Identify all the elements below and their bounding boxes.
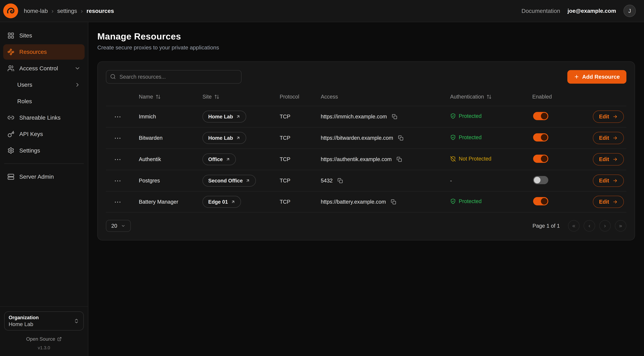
breadcrumb-settings[interactable]: settings bbox=[57, 8, 77, 14]
topbar: home-lab › settings › resources Document… bbox=[0, 0, 644, 22]
edit-button[interactable]: Edit bbox=[593, 174, 624, 187]
row-actions-button[interactable]: ⋯ bbox=[112, 112, 124, 121]
enabled-toggle[interactable] bbox=[533, 197, 548, 205]
open-source-link[interactable]: Open Source bbox=[4, 336, 84, 342]
page-info: Page 1 of 1 bbox=[532, 223, 560, 229]
copy-icon bbox=[391, 199, 396, 204]
edit-button[interactable]: Edit bbox=[593, 132, 624, 144]
sidebar-item-label: Roles bbox=[17, 98, 32, 104]
app-logo-icon[interactable] bbox=[3, 4, 18, 18]
table-row: ⋯ Immich Home Lab TCP https://immich.exa… bbox=[106, 106, 626, 127]
enabled-toggle[interactable] bbox=[533, 176, 548, 184]
protocol: TCP bbox=[280, 114, 321, 120]
resource-name: Bitwarden bbox=[139, 135, 202, 141]
sidebar-item-label: Users bbox=[17, 82, 32, 88]
edit-button[interactable]: Edit bbox=[593, 196, 624, 208]
next-page-button[interactable]: › bbox=[599, 220, 611, 232]
resource-name: Battery Manager bbox=[139, 199, 202, 205]
sidebar-item-roles[interactable]: Roles bbox=[3, 94, 84, 109]
table-row: ⋯ Postgres Second Office TCP 5432 bbox=[106, 170, 626, 191]
last-page-button[interactable]: » bbox=[615, 220, 626, 232]
arrow-up-right-icon bbox=[236, 136, 240, 140]
sidebar-item-sites[interactable]: Sites bbox=[3, 28, 84, 43]
shield-off-icon bbox=[450, 156, 456, 162]
arrow-up-right-icon bbox=[236, 114, 240, 119]
link-icon bbox=[8, 114, 14, 121]
column-header-authentication[interactable]: Authentication bbox=[450, 94, 532, 100]
row-actions-button[interactable]: ⋯ bbox=[112, 134, 124, 142]
copy-button[interactable] bbox=[391, 113, 398, 120]
sidebar-item-api-keys[interactable]: API Keys bbox=[3, 126, 84, 142]
avatar[interactable]: J bbox=[624, 5, 636, 17]
add-resource-button[interactable]: Add Resource bbox=[567, 70, 626, 84]
breadcrumb-separator-icon: › bbox=[81, 7, 83, 14]
sort-icon bbox=[156, 94, 161, 100]
site-name: Edge 01 bbox=[208, 199, 228, 205]
enabled-toggle[interactable] bbox=[533, 133, 548, 142]
resource-name: Authentik bbox=[139, 156, 202, 162]
sidebar-item-settings[interactable]: Settings bbox=[3, 143, 84, 158]
site-name: Home Lab bbox=[208, 114, 233, 120]
auth-status: - bbox=[450, 178, 452, 184]
sidebar-item-resources[interactable]: Resources bbox=[3, 44, 84, 60]
copy-button[interactable] bbox=[397, 134, 404, 142]
sidebar-divider bbox=[4, 163, 84, 164]
access-url: https://authentik.example.com bbox=[321, 156, 392, 162]
auth-status: Not Protected bbox=[450, 156, 491, 162]
chevron-right-icon bbox=[74, 82, 80, 88]
table-row: ⋯ Authentik Office TCP https://authentik… bbox=[106, 148, 626, 170]
table-body: ⋯ Immich Home Lab TCP https://immich.exa… bbox=[106, 106, 626, 212]
search-input[interactable] bbox=[106, 70, 242, 84]
arrow-right-icon bbox=[612, 135, 618, 141]
first-page-button[interactable]: « bbox=[568, 220, 580, 232]
search-icon bbox=[110, 74, 116, 80]
edit-button[interactable]: Edit bbox=[593, 153, 624, 166]
sidebar-item-label: Settings bbox=[19, 147, 40, 154]
edit-button[interactable]: Edit bbox=[593, 110, 624, 123]
page-size-select[interactable]: 20 bbox=[106, 220, 131, 232]
site-link-button[interactable]: Office bbox=[202, 154, 236, 166]
column-header-name[interactable]: Name bbox=[139, 94, 202, 100]
arrow-up-right-icon bbox=[226, 157, 230, 162]
sort-icon bbox=[486, 94, 492, 100]
enabled-toggle[interactable] bbox=[533, 112, 548, 120]
documentation-link[interactable]: Documentation bbox=[522, 8, 560, 14]
copy-icon bbox=[396, 157, 402, 162]
site-link-button[interactable]: Edge 01 bbox=[202, 196, 241, 208]
copy-button[interactable] bbox=[396, 156, 403, 163]
column-header-site[interactable]: Site bbox=[202, 94, 280, 100]
site-link-button[interactable]: Home Lab bbox=[202, 132, 246, 144]
protocol: TCP bbox=[280, 156, 321, 162]
sidebar-item-users[interactable]: Users bbox=[3, 77, 84, 92]
arrow-right-icon bbox=[612, 114, 618, 119]
shield-check-icon bbox=[450, 198, 456, 204]
breadcrumb-resources[interactable]: resources bbox=[86, 8, 114, 14]
enabled-toggle[interactable] bbox=[533, 155, 548, 163]
copy-button[interactable] bbox=[390, 198, 397, 206]
previous-page-button[interactable]: ‹ bbox=[584, 220, 595, 232]
shield-check-icon bbox=[450, 113, 456, 119]
protocol: TCP bbox=[280, 135, 321, 141]
sidebar-item-access-control[interactable]: Access Control bbox=[3, 61, 84, 76]
resource-name: Postgres bbox=[139, 178, 202, 184]
sidebar-item-label: API Keys bbox=[19, 131, 43, 137]
site-link-button[interactable]: Home Lab bbox=[202, 110, 246, 122]
chevrons-up-down-icon bbox=[74, 318, 79, 324]
resource-name: Immich bbox=[139, 114, 202, 120]
column-header-enabled: Enabled bbox=[532, 94, 590, 100]
row-actions-button[interactable]: ⋯ bbox=[112, 198, 124, 206]
organization-select[interactable]: Organization Home Lab bbox=[4, 312, 84, 330]
row-actions-button[interactable]: ⋯ bbox=[112, 155, 124, 164]
breadcrumb-home-lab[interactable]: home-lab bbox=[24, 8, 48, 14]
row-actions-button[interactable]: ⋯ bbox=[112, 176, 124, 185]
copy-icon bbox=[338, 178, 343, 183]
page-subtitle: Create secure proxies to your private ap… bbox=[97, 44, 635, 51]
site-link-button[interactable]: Second Office bbox=[202, 175, 256, 187]
copy-button[interactable] bbox=[337, 177, 344, 184]
gear-icon bbox=[8, 147, 14, 154]
sidebar-item-server-admin[interactable]: Server Admin bbox=[3, 169, 84, 184]
pangolin-logo-icon bbox=[5, 6, 16, 16]
sidebar-item-shareable-links[interactable]: Shareable Links bbox=[3, 110, 84, 125]
arrow-right-icon bbox=[612, 178, 618, 183]
breadcrumb-separator-icon: › bbox=[52, 7, 54, 14]
